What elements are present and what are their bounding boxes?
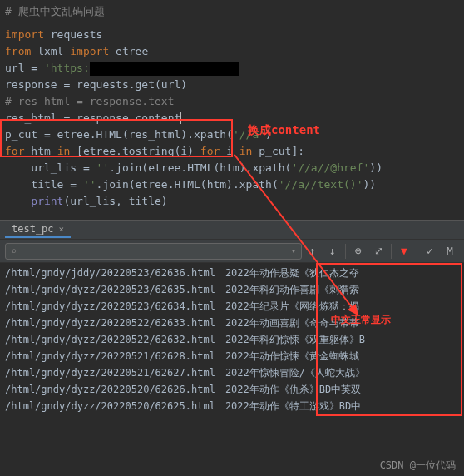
check-icon[interactable]: ✓ xyxy=(421,242,439,260)
tab-test-pc[interactable]: test_pc × xyxy=(5,221,71,238)
tab-label: test_pc xyxy=(12,223,54,235)
output-line-path: /html/gndy/dyzz/20220520/62626.html xyxy=(5,381,215,398)
output-tab-bar: test_pc × xyxy=(0,220,464,240)
output-line-path: /html/gndy/dyzz/20220520/62625.html xyxy=(5,398,215,414)
close-icon[interactable]: × xyxy=(59,224,65,235)
annotation-output: 中文正常显示 xyxy=(331,313,391,327)
output-toolbar: ⌕ ▾ ↑ ↓ ⊕ ⤢ ▼ ✓ M xyxy=(0,240,464,263)
output-line-path: /html/gndy/dyzz/20220523/62634.html xyxy=(5,298,215,315)
next-icon[interactable]: ↓ xyxy=(323,242,342,260)
redacted-url xyxy=(90,62,239,76)
prev-icon[interactable]: ↑ xyxy=(304,242,322,260)
output-right-column: 2022年动作悬疑《狄仁杰之夺2022年科幻动作喜剧《刺猬索2022年纪录片《网… xyxy=(220,263,464,418)
output-line-title: 2022年科幻动作喜剧《刺猬索 xyxy=(225,281,459,298)
output-line-title: 2022年科幻惊悚《双重躯体》B xyxy=(225,331,459,348)
output-line-path: /html/gndy/dyzz/20220521/62628.html xyxy=(5,348,215,364)
output-line-title: 2022年惊悚冒险/《人蛇大战》 xyxy=(225,364,459,381)
watermark-text: CSDN @一位代码 xyxy=(380,459,456,473)
output-line-title: 2022年动作《特工游戏》BD中 xyxy=(225,398,459,414)
output-line-title: 2022年动作惊悚《黄金蜘蛛城 xyxy=(225,348,459,364)
target-icon[interactable]: ⊕ xyxy=(349,242,368,260)
annotation-content: 换成content xyxy=(248,121,320,138)
search-icon: ⌕ xyxy=(11,245,17,257)
output-line-path: /html/gndy/jddy/20220523/62636.html xyxy=(5,265,215,281)
output-line-title: 2022年纪录片《网络炼狱：揭 xyxy=(225,298,459,315)
code-text: res_html = response.content xyxy=(5,112,181,124)
output-line-path: /html/gndy/dyzz/20220522/62632.html xyxy=(5,331,215,348)
code-text: response = requests.get(url) xyxy=(5,78,187,91)
output-line-path: /html/gndy/dyzz/20220522/62633.html xyxy=(5,315,215,331)
output-line-path: /html/gndy/dyzz/20220521/62627.html xyxy=(5,364,215,381)
dropdown-icon[interactable]: ▾ xyxy=(291,246,296,255)
output-line-title: 2022年动作《仇杀》BD中英双 xyxy=(225,381,459,398)
output-line-path: /html/gndy/dyzz/20220523/62635.html xyxy=(5,281,215,298)
output-line-title: 2022年动作悬疑《狄仁杰之夺 xyxy=(225,265,459,281)
expand-icon[interactable]: ⤢ xyxy=(369,242,387,260)
m-icon[interactable]: M xyxy=(441,242,459,260)
comment-line: # 爬虫中文乱码问题 xyxy=(5,5,105,17)
output-left-column: /html/gndy/jddy/20220523/62636.html/html… xyxy=(0,263,220,418)
commented-line: # res_html = response.text xyxy=(5,95,175,107)
code-editor[interactable]: # 爬虫中文乱码问题 import requests from lxml imp… xyxy=(0,0,464,213)
filter-icon[interactable]: ▼ xyxy=(395,242,413,260)
output-panel[interactable]: /html/gndy/jddy/20220523/62636.html/html… xyxy=(0,263,464,418)
search-input[interactable]: ⌕ ▾ xyxy=(5,243,302,260)
